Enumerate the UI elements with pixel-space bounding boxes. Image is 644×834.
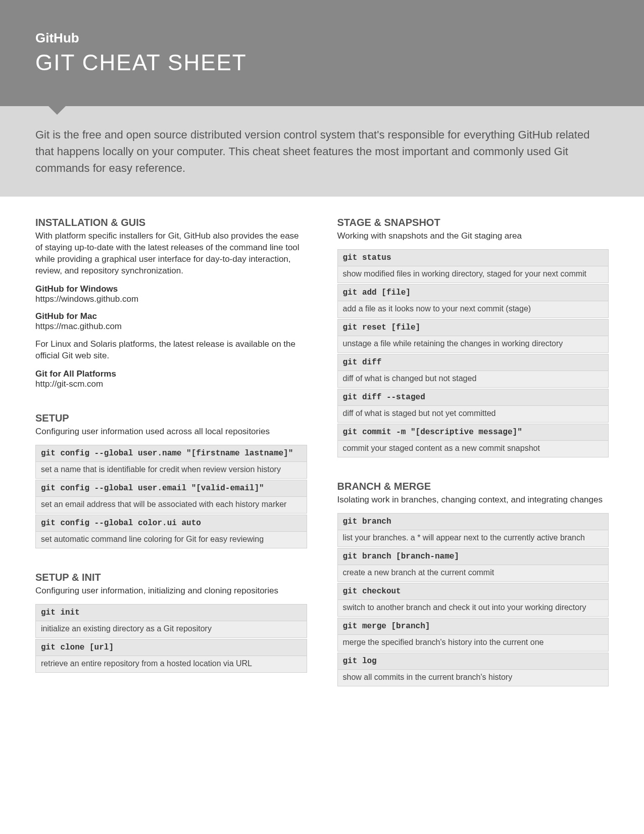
command-text: git config --global color.ui auto <box>35 515 307 532</box>
command-description: retrieve an entire repository from a hos… <box>35 656 307 673</box>
command-description: diff of what is changed but not staged <box>337 371 609 388</box>
command-description: diff of what is staged but not yet commi… <box>337 406 609 423</box>
section-installation: INSTALLATION & GUIS With platform specif… <box>35 217 307 389</box>
mac-label: GitHub for Mac <box>35 311 307 321</box>
command-text: git init <box>35 604 307 621</box>
command-block: git add [file]add a file as it looks now… <box>337 284 609 318</box>
command-block: git diffdiff of what is changed but not … <box>337 354 609 388</box>
section-stage-snapshot: STAGE & SNAPSHOT Working with snapshots … <box>337 217 609 457</box>
intro-band: Git is the free and open source distribu… <box>0 106 644 197</box>
section-title: INSTALLATION & GUIS <box>35 217 307 228</box>
section-subtitle: With platform specific installers for Gi… <box>35 230 307 277</box>
command-list: git statusshow modified files in working… <box>337 249 609 457</box>
command-description: merge the specified branch's history int… <box>337 635 609 652</box>
command-description: set a name that is identifiable for cred… <box>35 462 307 479</box>
command-block: git diff --stageddiff of what is staged … <box>337 389 609 423</box>
command-description: switch to another branch and check it ou… <box>337 600 609 617</box>
command-text: git checkout <box>337 583 609 600</box>
section-setup: SETUP Configuring user information used … <box>35 412 307 548</box>
header: GitHub GIT CHEAT SHEET <box>0 0 644 106</box>
section-subtitle: Working with snapshots and the Git stagi… <box>337 230 609 242</box>
mac-url[interactable]: https://mac.github.com <box>35 321 307 332</box>
command-description: set automatic command line coloring for … <box>35 532 307 548</box>
section-title: SETUP & INIT <box>35 572 307 583</box>
content: INSTALLATION & GUIS With platform specif… <box>0 197 644 730</box>
command-description: commit your staged content as a new comm… <box>337 441 609 457</box>
section-subtitle: Configuring user information used across… <box>35 426 307 438</box>
command-text: git merge [branch] <box>337 618 609 635</box>
command-description: show modified files in working directory… <box>337 266 609 283</box>
command-description: initialize an existing directory as a Gi… <box>35 621 307 638</box>
command-text: git config --global user.email "[valid-e… <box>35 480 307 497</box>
page-title: GIT CHEAT SHEET <box>35 50 609 75</box>
section-title: BRANCH & MERGE <box>337 481 609 492</box>
command-text: git branch [branch-name] <box>337 548 609 565</box>
command-block: git reset [file]unstage a file while ret… <box>337 319 609 353</box>
command-list: git initinitialize an existing directory… <box>35 604 307 673</box>
command-text: git status <box>337 249 609 266</box>
all-platforms-url[interactable]: http://git-scm.com <box>35 379 307 389</box>
windows-url[interactable]: https://windows.github.com <box>35 294 307 304</box>
command-text: git diff --staged <box>337 389 609 406</box>
command-text: git log <box>337 653 609 670</box>
command-block: git clone [url]retrieve an entire reposi… <box>35 639 307 673</box>
command-text: git reset [file] <box>337 319 609 336</box>
command-block: git statusshow modified files in working… <box>337 249 609 283</box>
section-title: SETUP <box>35 412 307 424</box>
command-block: git logshow all commits in the current b… <box>337 653 609 686</box>
command-list: git branchlist your branches. a * will a… <box>337 513 609 686</box>
linux-note: For Linux and Solaris platforms, the lat… <box>35 339 307 362</box>
command-block: git merge [branch]merge the specified br… <box>337 618 609 652</box>
command-list: git config --global user.name "[firstnam… <box>35 445 307 548</box>
command-text: git commit -m "[descriptive message]" <box>337 424 609 441</box>
command-text: git clone [url] <box>35 639 307 656</box>
section-subtitle: Configuring user information, initializi… <box>35 585 307 597</box>
command-text: git branch <box>337 513 609 530</box>
command-description: show all commits in the current branch's… <box>337 670 609 686</box>
command-block: git config --global user.email "[valid-e… <box>35 480 307 514</box>
command-text: git add [file] <box>337 284 609 301</box>
section-subtitle: Isolating work in branches, changing con… <box>337 494 609 506</box>
section-title: STAGE & SNAPSHOT <box>337 217 609 228</box>
all-platforms-label: Git for All Platforms <box>35 369 307 379</box>
section-branch-merge: BRANCH & MERGE Isolating work in branche… <box>337 481 609 686</box>
command-block: git config --global user.name "[firstnam… <box>35 445 307 479</box>
command-block: git initinitialize an existing directory… <box>35 604 307 638</box>
command-block: git commit -m "[descriptive message]"com… <box>337 424 609 457</box>
command-description: add a file as it looks now to your next … <box>337 301 609 318</box>
command-text: git diff <box>337 354 609 371</box>
command-block: git checkoutswitch to another branch and… <box>337 583 609 617</box>
command-description: list your branches. a * will appear next… <box>337 530 609 547</box>
command-block: git config --global color.ui autoset aut… <box>35 515 307 548</box>
left-column: INSTALLATION & GUIS With platform specif… <box>35 217 307 710</box>
github-logo: GitHub <box>35 30 609 46</box>
command-block: git branch [branch-name]create a new bra… <box>337 548 609 582</box>
intro-text: Git is the free and open source distribu… <box>35 126 601 176</box>
command-description: set an email address that will be associ… <box>35 497 307 514</box>
command-description: unstage a file while retaining the chang… <box>337 336 609 353</box>
command-description: create a new branch at the current commi… <box>337 565 609 582</box>
windows-label: GitHub for Windows <box>35 284 307 294</box>
command-block: git branchlist your branches. a * will a… <box>337 513 609 547</box>
section-setup-init: SETUP & INIT Configuring user informatio… <box>35 572 307 673</box>
command-text: git config --global user.name "[firstnam… <box>35 445 307 462</box>
right-column: STAGE & SNAPSHOT Working with snapshots … <box>337 217 609 710</box>
